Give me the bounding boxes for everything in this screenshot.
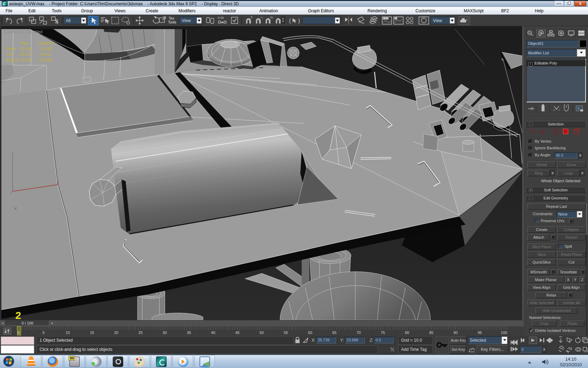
svg-text:Tools: Tools (168, 20, 176, 24)
svg-text:}: } (298, 18, 300, 23)
svg-text:25,246: 25,246 (40, 58, 52, 62)
svg-text:%: % (270, 16, 273, 19)
svg-text:View: View (433, 18, 442, 23)
svg-text:{: { (289, 18, 291, 23)
svg-text:12,496: 12,496 (40, 47, 52, 51)
svg-text:Camera01, Disabled: Camera01, Disabled (4, 29, 42, 34)
svg-text:2: 2 (15, 310, 21, 320)
svg-text:3: 3 (251, 15, 252, 19)
svg-text:Tex: Tex (169, 16, 174, 20)
svg-text:Polys:: Polys: (6, 47, 17, 51)
svg-text:24,917: 24,917 (20, 52, 32, 56)
svg-text:View: View (182, 18, 191, 23)
svg-text:25,246: 25,246 (20, 58, 32, 62)
svg-text:24,917: 24,917 (40, 52, 52, 56)
svg-text:All: All (66, 18, 70, 23)
svg-text:Edges:: Edges: (6, 58, 19, 62)
svg-text:0.00: 0.00 (218, 16, 224, 20)
svg-text:Tris:: Tris: (6, 52, 14, 56)
svg-text:Total: Total (20, 41, 28, 45)
svg-text:12,496: 12,496 (20, 47, 32, 51)
svg-text:Object01: Object01 (38, 41, 55, 45)
